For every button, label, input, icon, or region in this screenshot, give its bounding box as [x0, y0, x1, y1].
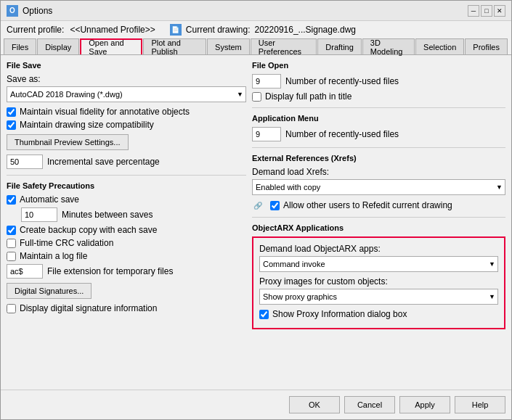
minimize-button[interactable]: ─ — [468, 5, 479, 17]
bottom-bar: OK Cancel Apply Help — [1, 390, 511, 419]
tab-open-save[interactable]: Open and Save — [80, 38, 142, 54]
safety-header: File Safety Precautions — [7, 181, 246, 190]
crc-check[interactable] — [7, 239, 16, 248]
tab-selection[interactable]: Selection — [415, 38, 464, 54]
digital-btn-row: Digital Signatures... — [7, 283, 246, 299]
drawing-size-check[interactable] — [7, 120, 16, 130]
drawing-label: Current drawing: — [186, 25, 251, 35]
demand-load-wrapper: Enabled with copy Disabled Enabled ▼ — [252, 179, 505, 195]
tab-files[interactable]: Files — [4, 38, 36, 54]
visual-fidelity-row: Maintain visual fidelity for annotative … — [7, 107, 246, 117]
window-title: Options — [23, 6, 52, 16]
auto-save-row: Automatic save — [7, 194, 246, 205]
objectarx-header: ObjectARX Applications — [252, 223, 505, 232]
title-bar: O Options ─ □ ✕ — [1, 1, 511, 21]
proxy-wrapper: Show proxy graphics Do not show proxy gr… — [259, 289, 498, 305]
visual-fidelity-label: Maintain visual fidelity for annotative … — [20, 107, 190, 117]
proxy-info-check[interactable] — [259, 310, 269, 319]
minutes-label: Minutes between saves — [62, 210, 153, 220]
demand-load-select[interactable]: Enabled with copy Disabled Enabled — [252, 179, 505, 195]
options-dialog: O Options ─ □ ✕ Current profile: <<Unnam… — [0, 0, 512, 420]
log-label: Maintain a log file — [20, 251, 87, 261]
allow-other-row: 🔗 Allow other users to Refedit current d… — [252, 199, 505, 211]
ok-button[interactable]: OK — [289, 396, 340, 413]
proxy-info-label: Show Proxy Information dialog box — [272, 309, 407, 319]
minutes-value[interactable] — [21, 207, 57, 222]
drawing-name: 20220916_...Signage.dwg — [255, 25, 356, 35]
digital-info-label: Display digital signature information — [20, 303, 157, 313]
demand-objectarx-wrapper: Command invoke Object detect and command… — [259, 256, 498, 272]
file-ext-label: File extension for temporary files — [47, 266, 173, 276]
xref-header: External References (Xrefs) — [252, 154, 505, 162]
auto-save-label: Automatic save — [20, 194, 79, 205]
digital-info-check[interactable] — [7, 304, 16, 313]
proxy-select[interactable]: Show proxy graphics Do not show proxy gr… — [259, 289, 498, 305]
divider1 — [7, 175, 246, 176]
backup-row: Create backup copy with each save — [7, 225, 246, 235]
drawing-size-label: Maintain drawing size compatibility — [20, 120, 154, 130]
auto-save-check[interactable] — [7, 195, 16, 205]
proxy-label: Proxy images for custom objects: — [259, 276, 498, 287]
tab-display[interactable]: Display — [37, 38, 79, 54]
profile-name: <<Unnamed Profile>> — [70, 25, 155, 35]
incremental-value[interactable] — [7, 155, 43, 169]
title-controls: ─ □ ✕ — [468, 5, 505, 17]
log-row: Maintain a log file — [7, 251, 246, 261]
save-as-label: Save as: — [7, 74, 246, 84]
proxy-info-row: Show Proxy Information dialog box — [259, 309, 498, 319]
thumbnail-btn[interactable]: Thumbnail Preview Settings... — [7, 134, 129, 150]
main-content: File Save Save as: AutoCAD 2018 Drawing … — [1, 55, 511, 390]
profile-drawing: 📄 Current drawing: 20220916_...Signage.d… — [170, 24, 356, 36]
help-button[interactable]: Help — [455, 396, 505, 413]
thumbnail-btn-row: Thumbnail Preview Settings... — [7, 134, 246, 150]
drawing-icon: 📄 — [170, 24, 182, 36]
recent-files2-value[interactable] — [252, 127, 281, 141]
digital-info-row: Display digital signature information — [7, 303, 246, 313]
log-check[interactable] — [7, 252, 16, 261]
maximize-button[interactable]: □ — [481, 5, 492, 17]
title-bar-left: O Options — [7, 5, 52, 17]
save-as-select-wrapper: AutoCAD 2018 Drawing (*.dwg) AutoCAD 200… — [7, 86, 246, 102]
apply-button[interactable]: Apply — [399, 396, 450, 413]
demand-load-label: Demand load Xrefs: — [252, 167, 505, 177]
recent-files-value[interactable] — [252, 74, 281, 88]
demand-objectarx-label: Demand load ObjectARX apps: — [259, 244, 498, 254]
recent-files-label: Number of recently-used files — [285, 76, 399, 86]
tab-plot-publish[interactable]: Plot and Publish — [143, 38, 206, 54]
objectarx-highlighted-box: Demand load ObjectARX apps: Command invo… — [252, 236, 505, 329]
close-button[interactable]: ✕ — [494, 5, 505, 17]
incremental-label: Incremental save percentage — [47, 157, 160, 167]
tab-3d-modeling[interactable]: 3D Modeling — [362, 38, 415, 54]
recent-files-row: Number of recently-used files — [252, 74, 505, 88]
divider4 — [252, 217, 505, 218]
display-full-path-label: Display full path in title — [265, 91, 352, 102]
file-ext-value[interactable] — [7, 264, 43, 279]
tab-system[interactable]: System — [207, 38, 250, 54]
display-full-path-check[interactable] — [252, 92, 261, 102]
minutes-row: Minutes between saves — [7, 207, 246, 222]
backup-label: Create backup copy with each save — [20, 225, 157, 235]
file-ext-row: File extension for temporary files — [7, 264, 246, 279]
xref-icon: 🔗 — [252, 199, 264, 211]
backup-check[interactable] — [7, 226, 16, 235]
incremental-save-row: Incremental save percentage — [7, 155, 246, 169]
visual-fidelity-check[interactable] — [7, 107, 16, 117]
drawing-size-row: Maintain drawing size compatibility — [7, 120, 246, 130]
divider3 — [252, 147, 505, 148]
digital-btn[interactable]: Digital Signatures... — [7, 283, 92, 299]
right-panel: File Open Number of recently-used files … — [252, 61, 505, 384]
crc-label: Full-time CRC validation — [20, 238, 113, 248]
app-icon: O — [7, 5, 18, 17]
demand-objectarx-select[interactable]: Command invoke Object detect and command… — [259, 256, 498, 272]
divider2 — [252, 107, 505, 108]
profile-row: Current profile: <<Unnamed Profile>> 📄 C… — [1, 21, 511, 38]
save-as-select[interactable]: AutoCAD 2018 Drawing (*.dwg) AutoCAD 200… — [7, 86, 246, 102]
tab-profiles[interactable]: Profiles — [465, 38, 508, 54]
profile-label: Current profile: — [7, 25, 64, 35]
tab-drafting[interactable]: Drafting — [317, 38, 362, 54]
tab-user-prefs[interactable]: User Preferences — [251, 38, 317, 54]
cancel-button[interactable]: Cancel — [344, 396, 395, 413]
recent-files2-row: Number of recently-used files — [252, 127, 505, 141]
file-open-header: File Open — [252, 61, 505, 70]
allow-other-check[interactable] — [270, 201, 280, 210]
